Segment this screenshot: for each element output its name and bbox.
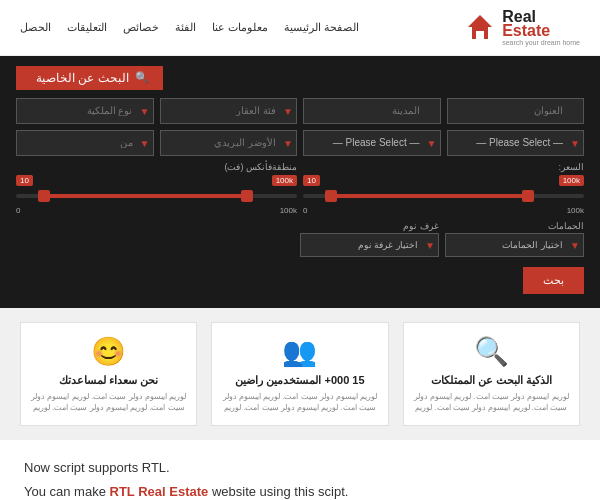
price-max-val: 100k	[567, 206, 584, 215]
search-button[interactable]: بحث	[523, 267, 584, 294]
bed-label: غرف نوم	[300, 221, 439, 231]
bed-select[interactable]: اختيار غرفة نوم	[300, 233, 439, 257]
area-slider-handle-left[interactable]	[38, 190, 50, 202]
sliders-row: السعر: 100k 10 100k 0 منطقةفأنكس (فت) 10…	[16, 162, 584, 215]
feature-desc-1: لوريم ايبسوم دولر سيت امت. لوريم ايبسوم …	[222, 391, 377, 413]
search-title: 🔍 البحث عن الخاصية	[16, 66, 163, 90]
area-min-val: 0	[16, 206, 20, 215]
feature-title-1: 15 000+ المستخدمين راضين	[222, 374, 377, 387]
search-section: 🔍 البحث عن الخاصية ▼ ▼ ▼ — Please Select…	[0, 56, 600, 308]
logo-estate: Estate	[502, 22, 580, 40]
field-category: ▼	[160, 98, 298, 124]
feature-icon-2: 🔍	[414, 335, 569, 368]
field-select2: ▼ — Please Select —	[303, 130, 441, 156]
price-slider-track	[303, 194, 584, 198]
bottom-line2: You can make RTL Real Estate website usi…	[24, 480, 576, 500]
bath-bed-row: الحمامات اختيار الحمامات ▼ غرف نوم اختيا…	[16, 221, 584, 257]
field-proptype: ▼	[16, 98, 154, 124]
nav-comments[interactable]: التعليقات	[67, 21, 107, 34]
field-from: ▼	[16, 130, 154, 156]
nav-about[interactable]: معلومات عنا	[212, 21, 268, 34]
bottom-line2-before: You can make	[24, 484, 110, 499]
area-slider-track	[16, 194, 297, 198]
price-badge-max: 100k	[559, 175, 584, 186]
price-label: السعر:	[303, 162, 584, 172]
features-section: 😊 نحن سعداء لمساعدتك لوريم ايبسوم دولر س…	[0, 308, 600, 440]
select2-input[interactable]: — Please Select —	[303, 130, 441, 156]
feature-title-0: نحن سعداء لمساعدتك	[31, 374, 186, 387]
area-badge-min: 10	[16, 175, 33, 186]
price-slider-handle-left[interactable]	[325, 190, 337, 202]
zip-input[interactable]	[160, 130, 298, 156]
category-input[interactable]	[160, 98, 298, 124]
bottom-line2-after: website using this scipt.	[208, 484, 348, 499]
feature-desc-2: لوريم ايبسوم دولر سيت امت. لوريم ايبسوم …	[414, 391, 569, 413]
feature-card-2: 🔍 الذكية البحث عن الممتلكات لوريم ايبسوم…	[403, 322, 580, 426]
header: الصفحة الرئيسية معلومات عنا الفئة خصائص …	[0, 0, 600, 56]
search-row-2: ▼ — Please Select — ▼ — Please Select — …	[16, 130, 584, 156]
arrow-icon-2: ▼	[140, 105, 150, 116]
feature-icon-1: 👥	[222, 335, 377, 368]
price-slider-range	[331, 194, 528, 198]
feature-title-2: الذكية البحث عن الممتلكات	[414, 374, 569, 387]
feature-icon-0: 😊	[31, 335, 186, 368]
nav: الصفحة الرئيسية معلومات عنا الفئة خصائص …	[20, 21, 359, 34]
price-slider-group: السعر: 100k 10 100k 0	[303, 162, 584, 215]
arrow-icon-5: ▼	[283, 137, 293, 148]
arrow-icon: ▼	[283, 105, 293, 116]
feature-card-1: 👥 15 000+ المستخدمين راضين لوريم ايبسوم …	[211, 322, 388, 426]
price-badge-min: 10	[303, 175, 320, 186]
logo: Real Estate search your dream home	[464, 8, 580, 47]
feature-card-0: 😊 نحن سعداء لمساعدتك لوريم ايبسوم دولر س…	[20, 322, 197, 426]
nav-get[interactable]: الحصل	[20, 21, 51, 34]
city-input[interactable]	[303, 98, 441, 124]
field-address	[447, 98, 585, 124]
bottom-text: Now script supports RTL. You can make RT…	[24, 456, 576, 500]
area-badge-max: 100k	[272, 175, 297, 186]
bath-select[interactable]: اختيار الحمامات	[445, 233, 584, 257]
logo-text: Real Estate search your dream home	[502, 8, 580, 47]
area-max-val: 100k	[280, 206, 297, 215]
bottom-section: Now script supports RTL. You can make RT…	[0, 440, 600, 500]
area-slider-range	[44, 194, 249, 198]
svg-marker-0	[468, 15, 492, 27]
logo-icon	[464, 13, 496, 41]
price-min-val: 0	[303, 206, 307, 215]
nav-category[interactable]: الفئة	[175, 21, 196, 34]
nav-properties[interactable]: خصائص	[123, 21, 159, 34]
search-row-1: ▼ ▼	[16, 98, 584, 124]
field-select1: ▼ — Please Select —	[447, 130, 585, 156]
svg-rect-2	[476, 31, 484, 39]
proptype-input[interactable]	[16, 98, 154, 124]
area-slider-group: منطقةفأنكس (فت) 100k 10 100k 0	[16, 162, 297, 215]
field-zip: ▼	[160, 130, 298, 156]
logo-tagline: search your dream home	[502, 39, 580, 47]
feature-desc-0: لوريم ايبسوم دولر سيت امت. لوريم ايبسوم …	[31, 391, 186, 413]
bath-label: الحمامات	[445, 221, 584, 231]
from-input[interactable]	[16, 130, 154, 156]
select1-input[interactable]: — Please Select —	[447, 130, 585, 156]
search-title-label: البحث عن الخاصية	[36, 71, 129, 85]
field-city	[303, 98, 441, 124]
search-icon: 🔍	[135, 71, 149, 84]
area-label: منطقةفأنكس (فت)	[16, 162, 297, 172]
bottom-line1: Now script supports RTL.	[24, 456, 576, 479]
price-slider-handle-right[interactable]	[522, 190, 534, 202]
nav-home[interactable]: الصفحة الرئيسية	[284, 21, 359, 34]
arrow-icon-6: ▼	[140, 137, 150, 148]
field-bath: الحمامات اختيار الحمامات ▼	[445, 221, 584, 257]
bottom-rtl-highlight: RTL Real Estate	[110, 484, 209, 499]
field-bed: غرف نوم اختيار غرفة نوم ▼	[300, 221, 439, 257]
area-slider-handle-right[interactable]	[241, 190, 253, 202]
address-input[interactable]	[447, 98, 585, 124]
